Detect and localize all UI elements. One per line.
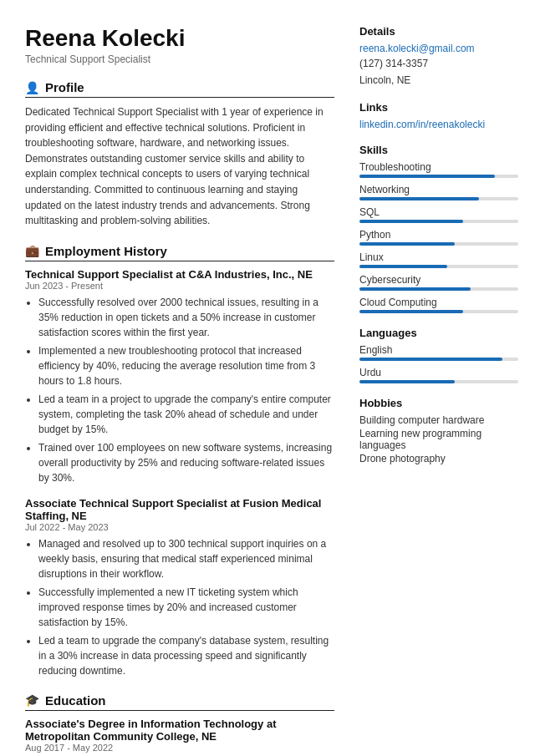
languages-section: Languages English Urdu [359, 327, 518, 383]
skill-item: Cybersecurity [359, 274, 518, 291]
profile-icon: 👤 [25, 81, 39, 94]
candidate-name: Reena Kolecki [25, 25, 334, 52]
skill-bar-fill [359, 310, 463, 313]
hobbies-title: Hobbies [359, 397, 518, 409]
lang-bar-fill [359, 380, 455, 383]
skill-label: Networking [359, 184, 518, 195]
skill-bar-bg [359, 175, 518, 178]
skill-label: Cybersecurity [359, 274, 518, 286]
skill-bar-fill [359, 287, 471, 291]
hobby-item: Building computer hardware [359, 414, 518, 426]
skills-title: Skills [359, 144, 518, 156]
lang-bar-bg [359, 380, 518, 383]
skills-section: Skills Troubleshooting Networking SQL Py… [359, 144, 518, 313]
languages-title: Languages [359, 327, 518, 339]
employment-title: 💼 Employment History [25, 244, 334, 261]
hobbies-section: Hobbies Building computer hardwareLearni… [359, 397, 518, 464]
edu-0: Associate's Degree in Information Techno… [25, 718, 334, 756]
location: Lincoln, NE [359, 73, 518, 88]
skill-item: Cloud Computing [359, 297, 518, 313]
skill-bar-bg [359, 197, 518, 200]
lang-label: Urdu [359, 367, 518, 378]
hobby-item: Learning new programming languages [359, 428, 518, 451]
education-icon: 🎓 [25, 693, 39, 707]
skill-label: Linux [359, 251, 518, 263]
job-0-date: Jun 2023 - Present [25, 281, 334, 291]
lang-bar-fill [359, 358, 502, 361]
skill-bar-fill [359, 197, 479, 200]
lang-bar-bg [359, 358, 518, 361]
links-title: Links [359, 101, 518, 114]
hobby-item: Drone photography [359, 453, 518, 464]
email-link[interactable]: reena.kolecki@gmail.com [359, 43, 518, 54]
skill-bar-fill [359, 242, 455, 246]
skill-bar-fill [359, 220, 463, 223]
list-item: Successfully implemented a new IT ticket… [38, 585, 334, 630]
list-item: Led a team to upgrade the company's data… [38, 633, 334, 678]
skill-item: Python [359, 229, 518, 246]
details-title: Details [359, 25, 518, 38]
details-section: Details reena.kolecki@gmail.com (127) 31… [359, 25, 518, 88]
skill-bar-bg [359, 287, 518, 291]
profile-title: 👤 Profile [25, 80, 334, 98]
skill-label: Cloud Computing [359, 297, 518, 308]
right-column: Details reena.kolecki@gmail.com (127) 31… [359, 25, 518, 756]
skill-item: Linux [359, 251, 518, 268]
skill-item: SQL [359, 206, 518, 223]
skill-item: Networking [359, 184, 518, 200]
job-1: Associate Technical Support Specialist a… [25, 497, 334, 678]
skill-bar-bg [359, 242, 518, 246]
employment-icon: 💼 [25, 244, 39, 257]
list-item: Managed and resolved up to 300 technical… [38, 536, 334, 581]
edu-0-title: Associate's Degree in Information Techno… [25, 718, 334, 743]
employment-section: 💼 Employment History Technical Support S… [25, 244, 334, 678]
list-item: Led a team in a project to upgrade the c… [38, 392, 334, 437]
links-section: Links linkedin.com/in/reenakolecki [359, 101, 518, 130]
education-section: 🎓 Education Associate's Degree in Inform… [25, 693, 334, 756]
skill-bar-bg [359, 265, 518, 268]
job-1-bullets: Managed and resolved up to 300 technical… [25, 536, 334, 678]
lang-item: Urdu [359, 367, 518, 383]
job-0: Technical Support Specialist at C&A Indu… [25, 268, 334, 485]
job-0-title: Technical Support Specialist at C&A Indu… [25, 268, 334, 281]
header: Reena Kolecki Technical Support Speciali… [25, 25, 334, 65]
skill-label: Troubleshooting [359, 161, 518, 173]
skill-bar-bg [359, 310, 518, 313]
lang-item: English [359, 344, 518, 361]
linkedin-link[interactable]: linkedin.com/in/reenakolecki [359, 119, 518, 130]
skill-bar-bg [359, 220, 518, 223]
candidate-title: Technical Support Specialist [25, 53, 334, 65]
list-item: Implemented a new troubleshooting protoc… [38, 343, 334, 388]
job-0-bullets: Successfully resolved over 2000 technica… [25, 295, 334, 485]
skill-item: Troubleshooting [359, 161, 518, 178]
job-1-title: Associate Technical Support Specialist a… [25, 497, 334, 522]
edu-0-date: Aug 2017 - May 2022 [25, 743, 334, 753]
list-item: Successfully resolved over 2000 technica… [38, 295, 334, 340]
skill-bar-fill [359, 175, 495, 178]
skill-label: Python [359, 229, 518, 241]
education-title: 🎓 Education [25, 693, 334, 711]
profile-section: 👤 Profile Dedicated Technical Support Sp… [25, 80, 334, 229]
skill-label: SQL [359, 206, 518, 218]
phone: (127) 314-3357 [359, 56, 518, 71]
skill-bar-fill [359, 265, 447, 268]
profile-text: Dedicated Technical Support Specialist w… [25, 104, 334, 229]
list-item: Trained over 100 employees on new softwa… [38, 440, 334, 485]
lang-label: English [359, 344, 518, 356]
job-1-date: Jul 2022 - May 2023 [25, 522, 334, 532]
